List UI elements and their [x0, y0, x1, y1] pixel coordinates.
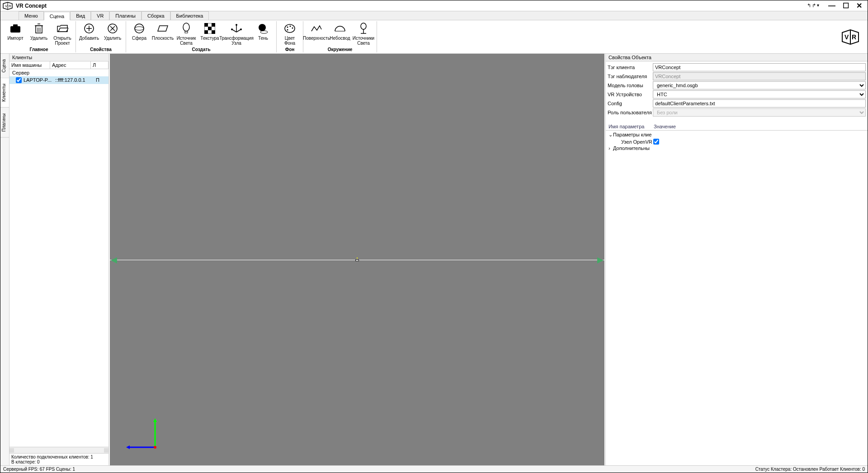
back-arrow-icon[interactable]: ↰ — [807, 3, 811, 9]
config-input[interactable] — [653, 99, 866, 108]
col-flag[interactable]: Л — [91, 61, 108, 69]
clients-panel: Клиенты Имя машины Адрес Л Сервер LAPTOP… — [9, 54, 109, 465]
clients-footer: Количество подключенных клиентов: 1 В кл… — [9, 453, 108, 465]
prop-user-role: Роль пользователя Без роли — [608, 108, 866, 117]
svg-rect-26 — [204, 30, 208, 34]
svg-point-21 — [183, 23, 189, 31]
x-circle-icon — [106, 22, 119, 35]
param-openvr-node[interactable]: Узел OpenVR — [609, 138, 865, 145]
svg-rect-25 — [208, 27, 212, 30]
user-role-select: Без роли — [653, 108, 866, 117]
close-button[interactable]: ✕ — [856, 1, 862, 10]
maximize-button[interactable]: ☐ — [843, 1, 849, 10]
import-icon — [9, 22, 22, 35]
ribbon-plane[interactable]: Плоскость — [152, 21, 173, 47]
svg-point-54 — [154, 446, 156, 449]
vr-device-select[interactable]: HTC — [653, 90, 866, 98]
ribbon-logo: VR — [835, 21, 866, 52]
svg-point-32 — [236, 24, 237, 26]
lightbulb-icon — [180, 22, 193, 35]
menu-tabs: Меню Сцена Вид VR Плагины Сборка Библиот… — [0, 11, 868, 20]
param-group-additional[interactable]: ›Дополнительны — [609, 145, 865, 151]
ribbon-shadow[interactable]: Тень — [253, 21, 274, 47]
ribbon-group-bg: Цвет Фона Фон — [277, 21, 303, 52]
forward-arrow-icon[interactable]: ↱ — [812, 3, 816, 9]
svg-point-39 — [290, 26, 291, 27]
prop-vr-device: VR Устройство HTC — [608, 90, 866, 98]
menu-tab-library[interactable]: Библиотека — [170, 11, 209, 20]
svg-marker-53 — [126, 445, 130, 449]
side-tabs: Сцена Клиенты Плагины — [0, 54, 9, 465]
axis-gizmo[interactable] — [123, 416, 160, 452]
svg-point-38 — [287, 27, 288, 28]
clients-panel-title: Клиенты — [9, 54, 108, 61]
menu-tab-plugins[interactable]: Плагины — [109, 11, 142, 20]
menu-tab-vr[interactable]: VR — [91, 11, 109, 20]
nav-right-icon[interactable]: ▶ — [597, 255, 604, 265]
svg-rect-4 — [10, 26, 20, 33]
svg-text:V: V — [844, 33, 849, 41]
svg-point-36 — [260, 31, 268, 33]
workspace: Сцена Клиенты Плагины Клиенты Имя машины… — [0, 54, 868, 465]
app-title: VR Concept — [16, 3, 807, 9]
menu-tab-menu[interactable]: Меню — [19, 11, 44, 20]
observer-tag-input — [653, 72, 866, 80]
col-machine-name[interactable]: Имя машины — [9, 61, 50, 69]
dropdown-arrow-icon[interactable]: ▾ — [817, 3, 819, 9]
menu-tab-build[interactable]: Сборка — [142, 11, 170, 20]
ribbon-remove[interactable]: Удалить — [102, 21, 123, 47]
ribbon-sky[interactable]: Небосвод — [330, 21, 350, 47]
client-checkbox[interactable] — [16, 77, 22, 83]
ribbon-light[interactable]: Источник Света — [176, 21, 197, 47]
plus-circle-icon — [83, 22, 95, 35]
ribbon-import[interactable]: Импорт — [5, 21, 26, 47]
minimize-button[interactable]: — — [828, 2, 835, 10]
sphere-icon — [133, 22, 146, 35]
svg-point-37 — [285, 24, 295, 33]
properties-title: Свойства Объекта — [606, 54, 868, 61]
svg-text:V: V — [5, 4, 8, 8]
ribbon-texture[interactable]: Текстура — [199, 21, 220, 47]
head-model-select[interactable]: generic_hmd.osgb — [653, 81, 866, 89]
side-tab-scene[interactable]: Сцена — [0, 54, 9, 78]
ribbon-open-project[interactable]: Открыть Проект — [52, 21, 73, 47]
ribbon-delete[interactable]: Удалить — [28, 21, 49, 47]
server-node[interactable]: Сервер — [9, 69, 108, 76]
ribbon-group-props: Добавить Удалить Свойства — [76, 21, 126, 52]
ribbon-lights[interactable]: Источники Света — [353, 21, 374, 47]
clients-table-header: Имя машины Адрес Л — [9, 61, 108, 69]
col-address[interactable]: Адрес — [50, 61, 91, 69]
svg-marker-51 — [153, 418, 157, 422]
ribbon-add[interactable]: Добавить — [79, 21, 99, 47]
h-scrollbar[interactable] — [9, 447, 108, 453]
status-cluster: Статус Кластера: Остановлен Работает Кли… — [755, 467, 865, 472]
ribbon-sphere[interactable]: Сфера — [129, 21, 150, 47]
client-tag-input[interactable] — [653, 63, 866, 71]
plane-icon — [156, 22, 169, 35]
side-tab-plugins[interactable]: Плагины — [0, 108, 9, 138]
svg-point-18 — [135, 24, 144, 33]
param-col-value[interactable]: Значение — [651, 123, 868, 130]
param-group-client[interactable]: ⌄Параметры клие — [609, 131, 865, 138]
ribbon-bgcolor[interactable]: Цвет Фона — [279, 21, 300, 47]
ribbon-transform[interactable]: Трансформация Узла — [223, 21, 250, 47]
3d-viewport[interactable]: ◀ ▶ — [110, 54, 604, 465]
menu-tab-scene[interactable]: Сцена — [44, 12, 70, 20]
client-row[interactable]: LAPTOP-P... ::ffff:127.0.0.1 П — [9, 76, 108, 84]
nav-left-icon[interactable]: ◀ — [111, 255, 117, 265]
ribbon-surface[interactable]: Поверхность — [306, 21, 327, 47]
svg-text:R: R — [852, 33, 856, 41]
dome-icon — [334, 22, 346, 35]
param-table: Имя параметра Значение ⌄Параметры клие У… — [606, 123, 868, 152]
svg-point-34 — [231, 28, 233, 30]
svg-text:R: R — [9, 4, 11, 8]
origin-marker — [354, 258, 360, 261]
openvr-checkbox[interactable] — [653, 139, 659, 145]
param-col-name[interactable]: Имя параметра — [606, 123, 651, 130]
menu-tab-view[interactable]: Вид — [70, 11, 91, 20]
svg-rect-5 — [13, 24, 18, 27]
svg-point-40 — [292, 28, 293, 29]
side-tab-clients[interactable]: Клиенты — [0, 78, 9, 108]
statusbar: Серверный FPS: 67 FPS Сцены: 1 Статус Кл… — [0, 465, 868, 473]
lamp-icon — [357, 22, 370, 35]
